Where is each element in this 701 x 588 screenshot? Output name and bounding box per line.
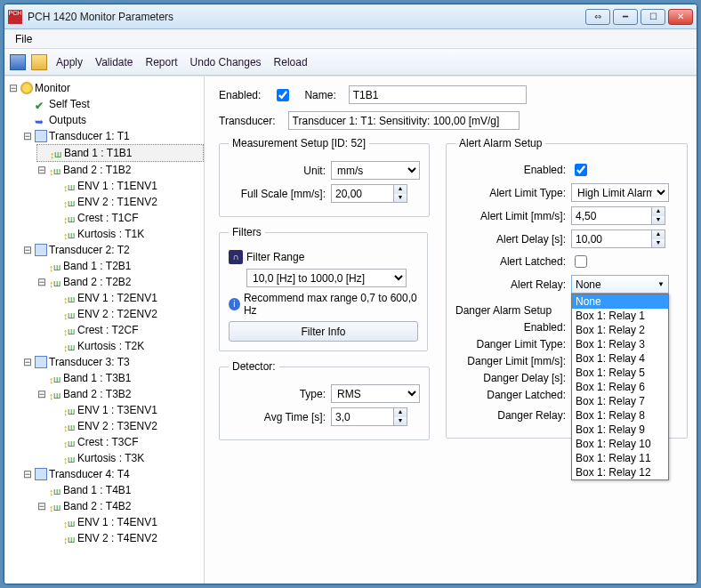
open-icon[interactable] (31, 54, 47, 70)
tree-node[interactable]: ENV 1 : T4ENV1 (77, 514, 157, 530)
tree-node[interactable]: Band 2 : T3B2 (63, 386, 132, 402)
save-icon[interactable] (10, 54, 26, 70)
filter-recommend-text: Recommend max range 0,7 to 600,0 Hz (244, 292, 418, 317)
detector-type-label: Type: (229, 388, 331, 400)
tree-t2[interactable]: Transducer 2: T2 (49, 242, 130, 258)
spin-down-icon[interactable]: ▼ (652, 216, 665, 225)
filter-info-button[interactable]: Filter Info (229, 321, 418, 342)
info-icon: i (229, 298, 240, 310)
tree-t3[interactable]: Transducer 3: T3 (49, 354, 130, 370)
spin-down-icon[interactable]: ▼ (394, 194, 407, 203)
avg-time-label: Avg Time [s]: (229, 411, 331, 423)
tree-t4[interactable]: Transducer 4: T4 (49, 466, 130, 482)
fullscale-spinner[interactable]: ▲▼ (331, 184, 407, 203)
danger-relay-label: Danger Relay: (455, 409, 571, 422)
alert-limit-spinner[interactable]: ▲▼ (571, 206, 665, 225)
alert-delay-spinner[interactable]: ▲▼ (571, 230, 665, 248)
alert-relay-select[interactable]: None▼ (571, 275, 669, 294)
tree-node[interactable]: ENV 1 : T3ENV1 (77, 402, 157, 418)
enabled-checkbox[interactable] (277, 89, 289, 101)
alert-latched-checkbox[interactable] (575, 255, 587, 268)
transducer-icon (35, 244, 47, 256)
spin-down-icon[interactable]: ▼ (394, 417, 407, 426)
toolbar-apply[interactable]: Apply (52, 54, 86, 70)
alert-enabled-checkbox[interactable] (575, 164, 587, 176)
tree-node[interactable]: ENV 1 : T2ENV1 (77, 290, 157, 306)
tree-t1b2[interactable]: Band 2 : T1B2 (63, 162, 132, 178)
spin-up-icon[interactable]: ▲ (394, 408, 407, 417)
alert-type-select[interactable]: High Limit Alarm (571, 183, 669, 202)
dropdown-option[interactable]: Box 1: Relay 2 (572, 323, 668, 337)
dropdown-option[interactable]: Box 1: Relay 1 (572, 309, 668, 323)
toolbar-report[interactable]: Report (142, 54, 181, 70)
close-button[interactable]: ✕ (668, 9, 693, 25)
dropdown-option[interactable]: Box 1: Relay 11 (572, 451, 668, 465)
filter-range-select[interactable]: 10,0 [Hz] to 1000,0 [Hz] (246, 269, 407, 287)
tree-node[interactable]: Crest : T1CF (77, 210, 138, 226)
dropdown-option[interactable]: None (572, 294, 668, 309)
tree-node[interactable]: Band 1 : T3B1 (63, 370, 132, 386)
measurement-setup-group: Measurement Setup [ID: 52] Unit: mm/s Fu… (219, 137, 430, 217)
avg-time-spinner[interactable]: ▲▼ (331, 407, 407, 426)
tree-node[interactable]: ENV 2 : T2ENV2 (77, 306, 157, 322)
dropdown-option[interactable]: Box 1: Relay 5 (572, 366, 668, 380)
tree-node[interactable]: ENV 2 : T3ENV2 (77, 418, 157, 434)
tree-node[interactable]: Crest : T3CF (77, 434, 138, 450)
toolbar-undo[interactable]: Undo Changes (187, 54, 265, 70)
band-icon (50, 147, 62, 159)
monitor-icon (20, 82, 33, 94)
tree-node[interactable]: Kurtosis : T1K (77, 226, 144, 242)
tree-node[interactable]: Band 1 : T4B1 (63, 482, 132, 498)
tree-node[interactable]: Kurtosis : T2K (77, 338, 144, 354)
tree-node[interactable]: ENV 1 : T1ENV1 (77, 178, 157, 194)
menu-file[interactable]: File (10, 31, 37, 47)
tree-node[interactable]: Band 2 : T2B2 (63, 274, 132, 290)
band-icon (63, 324, 76, 336)
dropdown-option[interactable]: Box 1: Relay 8 (572, 408, 668, 423)
dropdown-option[interactable]: Box 1: Relay 12 (572, 465, 668, 479)
tree-view[interactable]: ⊟Monitor ✔Self Test ➥Outputs ⊟Transducer… (4, 77, 205, 584)
expand-icon[interactable]: ⊟ (8, 80, 19, 96)
tree-monitor[interactable]: Monitor (35, 80, 70, 96)
dropdown-option[interactable]: Box 1: Relay 10 (572, 437, 668, 451)
spin-up-icon[interactable]: ▲ (394, 185, 407, 194)
band-icon (49, 484, 61, 496)
spin-up-icon[interactable]: ▲ (652, 207, 665, 216)
tree-node[interactable]: Kurtosis : T3K (77, 450, 144, 466)
dropdown-option[interactable]: Box 1: Relay 7 (572, 394, 668, 408)
name-input[interactable] (349, 85, 527, 104)
danger-type-label: Danger Limit Type: (455, 338, 571, 350)
detector-type-select[interactable]: RMS (331, 384, 420, 403)
spin-up-icon[interactable]: ▲ (652, 230, 665, 239)
toolbar-validate[interactable]: Validate (92, 54, 136, 70)
dropdown-option[interactable]: Box 1: Relay 9 (572, 423, 668, 437)
alert-latched-label: Alert Latched: (455, 255, 571, 268)
tree-t1b1[interactable]: Band 1 : T1B1 (64, 145, 133, 161)
tree-node[interactable]: ENV 2 : T1ENV2 (77, 194, 157, 210)
tree-node[interactable]: Band 1 : T2B1 (63, 258, 132, 274)
fullscale-input[interactable] (331, 184, 393, 203)
tree-t1[interactable]: Transducer 1: T1 (49, 128, 130, 144)
dropdown-option[interactable]: Box 1: Relay 4 (572, 351, 668, 366)
tree-node[interactable]: Crest : T2CF (77, 322, 138, 338)
resize-button[interactable]: ⇔ (585, 9, 610, 25)
tree-selftest[interactable]: Self Test (49, 96, 90, 112)
unit-select[interactable]: mm/s (331, 161, 420, 180)
band-icon (63, 420, 76, 432)
band-icon (49, 276, 61, 288)
band-icon (63, 404, 76, 416)
dropdown-option[interactable]: Box 1: Relay 6 (572, 380, 668, 394)
band-icon (49, 260, 61, 272)
tree-node[interactable]: Band 2 : T4B2 (63, 498, 132, 514)
alert-delay-input[interactable] (571, 230, 651, 248)
toolbar-reload[interactable]: Reload (270, 54, 311, 70)
avg-time-input[interactable] (331, 407, 393, 426)
tree-node[interactable]: ENV 2 : T4ENV2 (77, 530, 157, 546)
maximize-button[interactable]: ☐ (641, 9, 665, 25)
dropdown-option[interactable]: Box 1: Relay 3 (572, 337, 668, 351)
alert-limit-input[interactable] (571, 206, 651, 225)
minimize-button[interactable]: ━ (613, 9, 638, 25)
tree-outputs[interactable]: Outputs (49, 112, 86, 128)
spin-down-icon[interactable]: ▼ (652, 239, 665, 248)
alert-relay-dropdown[interactable]: NoneBox 1: Relay 1Box 1: Relay 2Box 1: R… (571, 294, 669, 480)
